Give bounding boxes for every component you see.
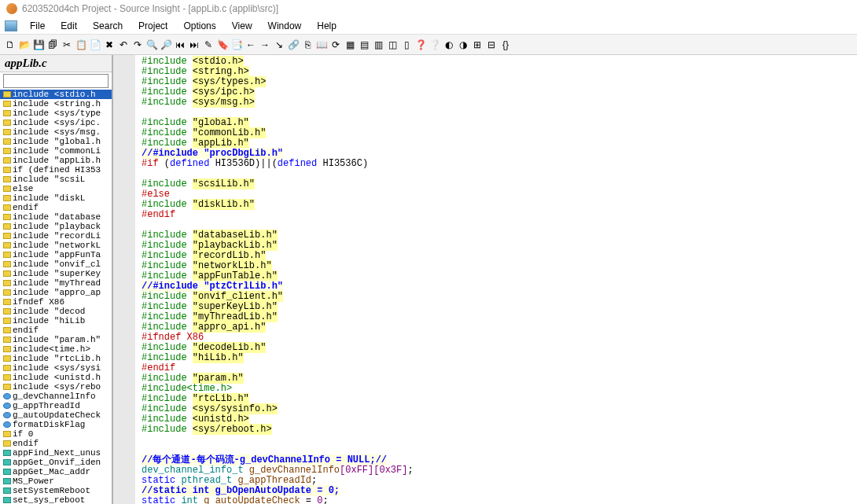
undo-button[interactable]: ↶: [116, 38, 131, 52]
copy-button[interactable]: 📋: [74, 38, 88, 52]
paste-button[interactable]: 📄: [88, 38, 102, 52]
symbol-item[interactable]: else: [0, 184, 112, 193]
symbol-item[interactable]: include "commonLi: [0, 146, 112, 156]
bracket-button[interactable]: {}: [498, 38, 513, 52]
nav-back-button[interactable]: ←: [244, 38, 258, 52]
symbol-item[interactable]: include "diskL: [0, 193, 112, 203]
symbol-item-label: include <sys/rebo: [13, 382, 101, 392]
symbol-item[interactable]: include "database: [0, 212, 112, 222]
symbol-item[interactable]: setSystemReboot: [0, 486, 112, 495]
symbol-item[interactable]: MS_Power: [0, 476, 112, 486]
symbol-item[interactable]: include "scsiL: [0, 175, 112, 184]
open-file-button[interactable]: 📂: [17, 38, 31, 52]
panel-1-button[interactable]: ▦: [343, 38, 357, 52]
symbol-item[interactable]: formatDiskFlag: [0, 420, 112, 429]
cut-button[interactable]: ✂: [60, 38, 74, 52]
symbol-item[interactable]: g_appThreadId: [0, 401, 112, 410]
find-next-button[interactable]: ⏭: [187, 38, 201, 52]
symbol-item[interactable]: appGet_Mac_addr: [0, 467, 112, 476]
context-help-button[interactable]: ❓: [414, 38, 428, 52]
symbol-item[interactable]: include "hiLib: [0, 316, 112, 326]
refresh-button[interactable]: ⟳: [329, 38, 343, 52]
symbol-item-label: endif: [13, 439, 39, 448]
symbol-item[interactable]: include "onvif_cl: [0, 259, 112, 269]
symbol-teal-icon: [3, 469, 11, 475]
highlight-2-button[interactable]: ◑: [456, 38, 470, 52]
save-file-button[interactable]: 💾: [31, 38, 46, 52]
symbol-item[interactable]: include "playback: [0, 222, 112, 231]
menu-help[interactable]: Help: [309, 19, 344, 33]
symbol-item[interactable]: g_devChannelInfo: [0, 392, 112, 401]
symbol-yellow-icon: [3, 440, 11, 447]
replace-button[interactable]: ✎: [201, 38, 215, 52]
symbol-yellow-icon: [3, 327, 11, 333]
find-prev-button[interactable]: ⏮: [173, 38, 187, 52]
menu-project[interactable]: Project: [131, 19, 175, 33]
symbol-item[interactable]: endif: [0, 203, 112, 212]
link-button[interactable]: 🔗: [286, 38, 300, 52]
relation-button[interactable]: ⎘: [300, 38, 314, 52]
symbol-item[interactable]: include "myThread: [0, 278, 112, 288]
code-editor[interactable]: #include <stdio.h> #include <string.h> #…: [113, 55, 857, 504]
symbol-item[interactable]: endif: [0, 439, 112, 448]
symbol-item[interactable]: if 0: [0, 429, 112, 439]
symbol-item[interactable]: include <unistd.h: [0, 373, 112, 382]
menu-view[interactable]: View: [224, 19, 260, 33]
symbol-item[interactable]: if (defined HI353: [0, 165, 112, 175]
symbol-item[interactable]: include <sys/msg.: [0, 127, 112, 137]
symbol-item[interactable]: g_autoUpdateCheck: [0, 410, 112, 420]
symbol-blue-icon: [3, 393, 11, 399]
highlight-1-button[interactable]: ◐: [442, 38, 456, 52]
symbol-item[interactable]: include "superKey: [0, 269, 112, 278]
symbol-yellow-icon: [3, 186, 11, 192]
symbol-item[interactable]: include <sys/type: [0, 109, 112, 118]
symbol-item[interactable]: include "rtcLib.h: [0, 354, 112, 363]
book-button[interactable]: 📖: [314, 38, 329, 52]
symbol-item[interactable]: include "appLib.h: [0, 156, 112, 165]
panel-3-button[interactable]: ▥: [371, 38, 385, 52]
symbol-item[interactable]: include "param.h": [0, 335, 112, 344]
symbol-item[interactable]: include<time.h>: [0, 344, 112, 354]
delete-button[interactable]: ✖: [102, 38, 116, 52]
symbol-item[interactable]: ifndef X86: [0, 297, 112, 307]
symbol-item[interactable]: include "networkL: [0, 241, 112, 250]
symbol-item[interactable]: include "recordLi: [0, 231, 112, 241]
menu-search[interactable]: Search: [85, 19, 131, 33]
symbol-item[interactable]: appGet_Onvif_iden: [0, 458, 112, 467]
jump-to-def-button[interactable]: ↘: [272, 38, 286, 52]
panel-5-button[interactable]: ▯: [399, 38, 414, 52]
search-files-button[interactable]: 🔍: [145, 38, 159, 52]
redo-button[interactable]: ↷: [131, 38, 145, 52]
symbol-item[interactable]: include <sys/ipc.: [0, 118, 112, 127]
search-button[interactable]: 🔎: [159, 38, 173, 52]
panel-2-button[interactable]: ▤: [357, 38, 371, 52]
nav-forward-button[interactable]: →: [258, 38, 272, 52]
symbol-item[interactable]: set_sys_reboot: [0, 495, 112, 504]
symbol-item[interactable]: include "decod: [0, 307, 112, 316]
symbol-item[interactable]: include "global.h: [0, 137, 112, 146]
system-menu-icon[interactable]: [5, 20, 17, 31]
whats-this-button[interactable]: ❔: [428, 38, 442, 52]
symbol-item[interactable]: appFind_Next_unus: [0, 448, 112, 458]
symbol-item[interactable]: include "appro_ap: [0, 288, 112, 297]
symbol-list[interactable]: include <stdio.hinclude <string.hinclude…: [0, 90, 112, 504]
tree-2-button[interactable]: ⊟: [484, 38, 498, 52]
save-all-button[interactable]: 🗐: [46, 38, 60, 52]
bookmark-list-button[interactable]: 📑: [230, 38, 244, 52]
symbol-item[interactable]: include <stdio.h: [0, 90, 112, 99]
menu-options[interactable]: Options: [175, 19, 223, 33]
menu-file[interactable]: File: [22, 19, 53, 33]
symbol-filter-input[interactable]: [3, 74, 109, 88]
symbol-item[interactable]: include <string.h: [0, 99, 112, 109]
symbol-item[interactable]: endif: [0, 326, 112, 335]
tree-1-button[interactable]: ⊞: [470, 38, 484, 52]
menu-window[interactable]: Window: [260, 19, 310, 33]
panel-4-button[interactable]: ◫: [385, 38, 399, 52]
bookmark-toggle-button[interactable]: 🔖: [215, 38, 230, 52]
new-file-button[interactable]: 🗋: [3, 38, 17, 52]
symbol-item-label: formatDiskFlag: [13, 420, 85, 429]
symbol-item[interactable]: include "appFunTa: [0, 250, 112, 259]
symbol-item[interactable]: include <sys/sysi: [0, 363, 112, 373]
symbol-item[interactable]: include <sys/rebo: [0, 382, 112, 392]
menu-edit[interactable]: Edit: [53, 19, 85, 33]
